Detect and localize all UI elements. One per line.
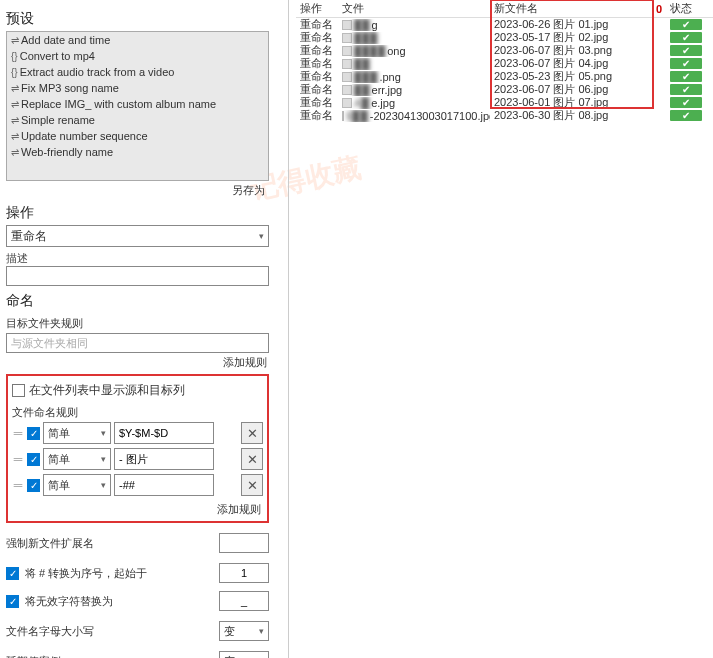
replace-hash-label: 将 # 转换为序号，起始于: [25, 566, 213, 581]
panel-divider: [288, 0, 289, 658]
cell-status: ✔: [666, 97, 704, 108]
target-folder-label: 目标文件夹规则: [6, 316, 269, 331]
delay-label: 延期值案例: [6, 654, 219, 659]
file-rules-section: 在文件列表中显示源和目标列 文件命名规则 ═✓简单▾✕═✓简单▾✕═✓简单▾✕ …: [6, 374, 269, 523]
replace-hash-input[interactable]: [219, 563, 269, 583]
check-icon: ✔: [670, 45, 702, 56]
cell-file: ██g: [338, 19, 490, 31]
cell-status: ✔: [666, 58, 704, 69]
preset-label: Web-friendly name: [21, 146, 113, 158]
cell-op: 重命名: [296, 108, 338, 123]
rule-row: ═✓简单▾✕: [12, 422, 263, 444]
rule-type-select[interactable]: 简单▾: [43, 422, 111, 444]
file-icon: [342, 85, 352, 95]
cell-file: ███: [338, 32, 490, 44]
chevron-down-icon: ▾: [101, 480, 106, 490]
preset-prefix-icon: ⇌: [11, 147, 19, 158]
cell-status: ✔: [666, 19, 704, 30]
preset-label: Convert to mp4: [20, 50, 95, 62]
check-icon: ✔: [670, 32, 702, 43]
invalid-char-label: 将无效字符替换为: [25, 594, 213, 609]
show-src-target-checkbox[interactable]: [12, 384, 25, 397]
cell-file: $██-20230413003017100.jpg: [338, 110, 490, 122]
desc-input[interactable]: [6, 266, 269, 286]
file-icon: [342, 33, 352, 43]
check-icon: ✔: [670, 19, 702, 30]
delay-select[interactable]: 变 ▾: [219, 651, 269, 658]
rule-value-input[interactable]: [114, 422, 214, 444]
target-folder-value[interactable]: 与源文件夹相同: [6, 333, 269, 353]
cell-file: ███.png: [338, 71, 490, 83]
file-rule-label: 文件命名规则: [12, 405, 263, 420]
cell-newname: 2023-06-30 图片 08.jpg: [490, 108, 652, 123]
drag-handle-icon[interactable]: ═: [12, 478, 24, 492]
cell-status: ✔: [666, 45, 704, 56]
rule-value-input[interactable]: [114, 474, 214, 496]
preset-label: Update number sequence: [21, 130, 148, 142]
preset-prefix-icon: ⇌: [11, 99, 19, 110]
preset-label: Replace IMG_ with custom album name: [21, 98, 216, 110]
preset-item[interactable]: ⇌Replace IMG_ with custom album name: [7, 96, 268, 112]
right-panel: 操作 文件 新文件名 0 状态 重命名██g2023-06-26 图片 01.j…: [296, 0, 713, 122]
rule-type-select[interactable]: 简单▾: [43, 448, 111, 470]
delete-rule-button[interactable]: ✕: [241, 474, 263, 496]
file-icon: [342, 98, 352, 108]
check-icon: ✔: [670, 84, 702, 95]
th-new[interactable]: 新文件名: [490, 1, 652, 16]
preset-item[interactable]: ⇌Simple rename: [7, 112, 268, 128]
preset-label: Simple rename: [21, 114, 95, 126]
preset-item[interactable]: ⇌Web-friendly name: [7, 144, 268, 160]
th-op[interactable]: 操作: [296, 1, 338, 16]
preset-item[interactable]: {}Extract audio track from a video: [7, 64, 268, 80]
check-icon: ✔: [670, 71, 702, 82]
presets-title: 预设: [6, 10, 269, 28]
preset-label: Fix MP3 song name: [21, 82, 119, 94]
save-as-button[interactable]: 另存为: [6, 181, 269, 198]
rule-checkbox[interactable]: ✓: [27, 427, 40, 440]
invalid-char-checkbox[interactable]: ✓: [6, 595, 19, 608]
add-file-rule-button[interactable]: 添加规则: [12, 500, 263, 517]
preset-prefix-icon: {}: [11, 51, 18, 62]
th-file[interactable]: 文件: [338, 1, 490, 16]
replace-hash-checkbox[interactable]: ✓: [6, 567, 19, 580]
drag-handle-icon[interactable]: ═: [12, 452, 24, 466]
show-src-target-label: 在文件列表中显示源和目标列: [29, 382, 185, 399]
table-header: 操作 文件 新文件名 0 状态: [296, 0, 713, 18]
add-folder-rule-button[interactable]: 添加规则: [6, 353, 269, 370]
cell-status: ✔: [666, 71, 704, 82]
check-icon: ✔: [670, 58, 702, 69]
preset-prefix-icon: ⇌: [11, 35, 19, 46]
preset-item[interactable]: ⇌Add date and time: [7, 32, 268, 48]
check-icon: ✔: [670, 110, 702, 121]
presets-list[interactable]: ⇌Add date and time{}Convert to mp4{}Extr…: [6, 31, 269, 181]
chevron-down-icon: ▾: [101, 428, 106, 438]
preset-label: Extract audio track from a video: [20, 66, 175, 78]
rule-type-select[interactable]: 简单▾: [43, 474, 111, 496]
rule-row: ═✓简单▾✕: [12, 474, 263, 496]
preset-item[interactable]: ⇌Update number sequence: [7, 128, 268, 144]
preset-item[interactable]: {}Convert to mp4: [7, 48, 268, 64]
chevron-down-icon: ▾: [259, 231, 264, 241]
action-select[interactable]: 重命名 ▾: [6, 225, 269, 247]
preset-prefix-icon: ⇌: [11, 131, 19, 142]
cell-file: ██err.jpg: [338, 84, 490, 96]
file-icon: [342, 59, 352, 69]
rule-checkbox[interactable]: ✓: [27, 479, 40, 492]
cell-status: ✔: [666, 84, 704, 95]
force-ext-label: 强制新文件扩展名: [6, 536, 219, 551]
cell-file: ██: [338, 58, 490, 70]
drag-handle-icon[interactable]: ═: [12, 426, 24, 440]
delete-rule-button[interactable]: ✕: [241, 422, 263, 444]
th-status[interactable]: 状态: [666, 1, 704, 16]
preset-item[interactable]: ⇌Fix MP3 song name: [7, 80, 268, 96]
table-row[interactable]: 重命名$██-20230413003017100.jpg2023-06-30 图…: [296, 109, 713, 122]
force-ext-input[interactable]: [219, 533, 269, 553]
th-flag[interactable]: 0: [652, 3, 666, 15]
cell-file: ████ong: [338, 45, 490, 57]
invalid-char-input[interactable]: [219, 591, 269, 611]
rule-value-input[interactable]: [114, 448, 214, 470]
delete-rule-button[interactable]: ✕: [241, 448, 263, 470]
case-select[interactable]: 变 ▾: [219, 621, 269, 641]
desc-label: 描述: [6, 251, 269, 266]
rule-checkbox[interactable]: ✓: [27, 453, 40, 466]
